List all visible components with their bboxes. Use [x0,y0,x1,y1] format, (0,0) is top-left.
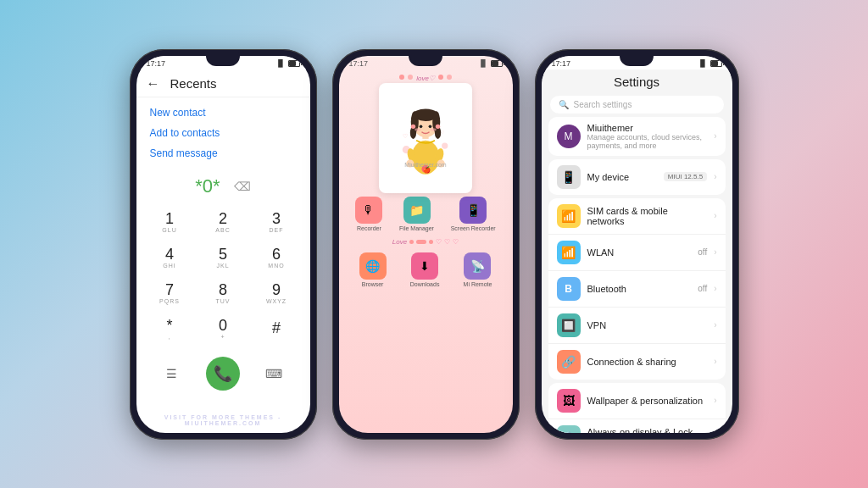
connection-text: Connection & sharing [587,357,708,367]
bluetooth-text: Bluetooth [587,284,692,294]
svg-point-1 [442,142,448,148]
call-button[interactable]: 📞 [206,357,240,391]
heart-icon: ♡ [436,238,442,246]
user-account-item[interactable]: M Miuithemer Manage accounts, cloud serv… [548,117,726,156]
add-to-contacts-action[interactable]: Add to contacts [150,123,297,143]
status-time-1: 17:17 [147,59,166,68]
key-star[interactable]: * , [143,311,197,347]
dot-1 [399,75,404,80]
personalization-group: 🖼 Wallpaper & personalization › 🔒 Always… [548,383,726,433]
wlan-chevron: › [714,247,716,257]
dialer-title: Recents [170,76,217,91]
sim-chevron: › [714,211,716,220]
signal-icon-3: ▐▌ [698,59,707,67]
always-on-item[interactable]: 🔒 Always-on display & Lock screen › [548,419,726,433]
search-bar[interactable]: 🔍 Search settings [550,96,724,114]
miui-badge: MIUI 12.5.5 [664,172,707,181]
device-text: My device [587,172,657,182]
status-icons-1: ▐▌ [275,59,299,67]
love-dots: love♡ [399,75,452,80]
key-1[interactable]: 1 GLU [143,204,197,240]
heart-icon-3: ♡ [453,238,459,246]
app-screen-recorder[interactable]: 📱 Screen Recorder [451,197,496,231]
wlan-text: WLAN [587,247,692,258]
key-8[interactable]: 8 TUV [197,275,250,311]
svg-point-16 [411,124,415,128]
file-manager-icon: 📁 [403,197,431,224]
girl-illustration: ♡ ♡ [392,96,459,180]
app-downloads[interactable]: ⬇ Downloads [410,252,440,287]
wlan-item[interactable]: 📶 WLAN off › [548,235,726,271]
keypad: 1 GLU 2 ABC 3 DEF 4 GHI 5 JKL 6 MNO [136,204,310,347]
svg-point-18 [420,125,423,128]
network-group: 📶 SIM cards & mobile networks › 📶 WLAN o… [548,198,726,380]
app-file-manager[interactable]: 📁 File Manager [399,197,434,231]
app-recorder[interactable]: 🎙 Recorder [355,197,382,231]
sim-item[interactable]: 📶 SIM cards & mobile networks › [548,198,726,235]
my-device-item[interactable]: 📱 My device MIUI 12.5.5 › [548,159,726,195]
back-button[interactable]: ← [147,76,160,92]
app-browser[interactable]: 🌐 Browser [359,252,387,287]
user-avatar: M [557,125,581,148]
dialer-screen: 17:17 ▐▌ ← Recents New contact Add to co… [136,56,310,433]
phone-home: 17:17 ▐▌ love♡ ♡ ♡ [332,49,520,440]
always-on-icon: 🔒 [557,425,581,433]
svg-point-21 [430,128,436,131]
settings-title: Settings [552,75,722,89]
notch-2 [409,56,442,66]
svg-text:♡: ♡ [403,132,408,140]
connection-chevron: › [714,357,716,366]
watermark-mid: Miuithemer.com [379,162,472,168]
key-7[interactable]: 7 PQRS [143,275,197,311]
dot-4 [447,75,452,80]
key-4[interactable]: 4 GHI [143,240,197,275]
delete-button[interactable]: ⌫ [234,180,251,193]
user-info: Miuithemer Manage accounts, cloud servic… [587,123,708,150]
vpn-item[interactable]: 🔲 VPN › [548,308,726,344]
always-on-chevron: › [714,432,716,433]
browser-icon: 🌐 [359,252,387,280]
app-mi-remote[interactable]: 📡 Mi Remote [464,252,492,287]
device-group: 📱 My device MIUI 12.5.5 › [548,159,726,195]
illustration-card: ♡ ♡ [379,83,472,193]
connection-item[interactable]: 🔗 Connection & sharing › [548,344,726,380]
connection-icon: 🔗 [557,350,581,374]
bluetooth-chevron: › [714,284,716,293]
vpn-chevron: › [714,320,716,330]
page-dot-2 [429,240,433,244]
new-contact-action[interactable]: New contact [150,103,297,123]
always-on-text: Always-on display & Lock screen [587,427,708,433]
wallpaper-chevron: › [714,396,716,405]
key-9[interactable]: 9 WXYZ [250,275,303,311]
key-6[interactable]: 6 MNO [250,240,303,275]
key-hash[interactable]: # [250,311,303,347]
home-dots-row: Love ♡ ♡ ♡ [389,235,462,249]
screen-recorder-icon: 📱 [459,197,487,224]
send-message-action[interactable]: Send message [150,143,297,164]
wlan-icon: 📶 [557,241,581,264]
key-2[interactable]: 2 ABC [197,204,250,240]
watermark-1: VISIT FOR MORE THEMES - MIUITHEMER.COM [136,414,310,426]
love-label: Love [392,238,407,246]
user-chevron: › [714,131,716,141]
downloads-icon: ⬇ [411,252,438,280]
device-chevron: › [714,172,716,181]
page-dot-active [416,240,426,244]
apps-row-1: 🎙 Recorder 📁 File Manager 📱 Screen Recor… [339,193,513,235]
wallpaper-text: Wallpaper & personalization [587,396,708,406]
dialed-number: *0* [195,175,220,197]
contact-actions: New contact Add to contacts Send message [136,97,310,169]
heart-icon-2: ♡ [444,238,450,246]
sim-icon: 📶 [557,204,581,228]
bluetooth-icon: B [557,277,581,301]
wallpaper-item[interactable]: 🖼 Wallpaper & personalization › [548,383,726,419]
key-0[interactable]: 0 + [197,311,250,347]
key-3[interactable]: 3 DEF [250,204,303,240]
key-5[interactable]: 5 JKL [197,240,250,275]
bluetooth-item[interactable]: B Bluetooth off › [548,271,726,308]
home-illustration: love♡ ♡ ♡ [339,69,513,296]
status-icons-2: ▐▌ [478,59,502,67]
file-manager-label: File Manager [399,225,434,231]
keypad-icon[interactable]: ⌨ [264,363,284,384]
menu-icon[interactable]: ☰ [162,363,182,384]
